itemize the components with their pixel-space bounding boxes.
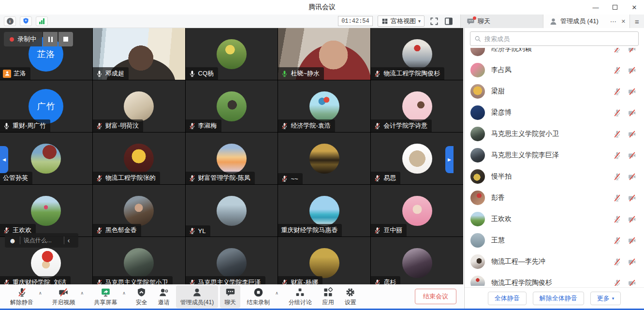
video-tile[interactable]: 经济学院-袁浩 [278,80,370,132]
close-button[interactable]: ✕ [625,0,644,15]
member-row[interactable]: 彭香 [465,187,644,208]
member-row[interactable]: 梁甜 [465,81,644,102]
view-mode-selector[interactable]: 宫格视图 ▾ [378,15,424,27]
member-row[interactable]: 王欢欢 [465,208,644,230]
video-tile[interactable]: 李淑梅 [186,80,278,132]
member-row[interactable]: 梁彦博 [465,102,644,123]
collapse-chat-icon[interactable]: ‹ [68,236,70,244]
next-page-button[interactable]: ▶ [445,146,454,173]
member-row[interactable]: 李占凤 [465,59,644,81]
member-mic-muted-icon[interactable] [613,236,621,245]
member-mic-muted-icon[interactable] [613,194,621,202]
maximize-button[interactable] [605,0,625,15]
unmute-all-button[interactable]: 解除全体静音 [533,292,584,305]
search-input[interactable] [484,35,634,43]
video-tile[interactable]: ~~ [278,133,370,184]
video-tile[interactable]: 邓成超 [93,28,185,80]
video-tile[interactable]: 财富-明荷汶 [93,80,185,132]
toolbar-button-apps[interactable]: 应用 [318,285,338,308]
member-camera-muted-icon[interactable] [628,236,636,245]
toolbar-chevron-up[interactable]: ∧ [274,290,279,296]
toolbar-button-shield-security[interactable]: 安全 [132,285,152,308]
video-tile[interactable]: 财富管理学院-陈凤 [186,133,278,184]
member-row[interactable]: 经济学院刘颖 [465,48,644,59]
toolbar-button-breakout[interactable]: 分组讨论 [284,285,316,308]
member-camera-muted-icon[interactable] [628,279,636,286]
member-row[interactable]: 王慧 [465,230,644,251]
video-tile[interactable]: 王欢欢 [0,185,92,236]
stop-recording-button[interactable] [59,32,73,46]
sidebar-toggle-button[interactable] [444,16,454,26]
toolbar-chevron-up[interactable]: ∧ [38,290,43,296]
video-tile[interactable]: 物流工程学院张的 [93,133,185,184]
member-mic-muted-icon[interactable] [613,151,621,160]
member-row[interactable]: 物流工程—李先冲 [465,251,644,272]
member-mic-muted-icon[interactable] [613,48,621,53]
member-camera-muted-icon[interactable] [628,173,636,181]
member-mic-muted-icon[interactable] [613,173,621,181]
video-tile[interactable]: 财富-杨娜 [278,237,370,284]
video-tile[interactable]: 彦杉 [371,237,463,284]
video-tile[interactable]: 广竹 重财-周广竹 [0,80,92,132]
toolbar-button-camera-muted-dark[interactable]: 开启视频 [48,285,80,308]
member-camera-muted-icon[interactable] [628,258,636,266]
member-camera-muted-icon[interactable] [628,109,636,117]
toolbar-button-mic-muted-dark[interactable]: 解除静音 [6,285,38,308]
more-actions-button[interactable]: 更多 ▾ [590,292,621,305]
network-status-button[interactable] [36,16,48,26]
video-tile[interactable]: CQ杨 [186,28,278,80]
toolbar-chevron-up[interactable]: ∧ [121,290,127,296]
toolbar-button-members[interactable]: 管理成员(41) [176,285,218,308]
member-row[interactable]: 马克思主义学院贺小卫 [465,123,644,145]
video-tile[interactable]: 会计学院学诗意 [371,80,463,132]
meeting-info-button[interactable]: i [4,16,16,26]
video-tile[interactable]: 黑色郁金香 [93,185,185,236]
quick-chat-bar[interactable]: ☻ ‹ [5,233,78,248]
pause-recording-button[interactable] [43,32,58,46]
member-search-box[interactable] [470,31,639,46]
tab-manage-members[interactable]: 管理成员 (41) ⋯ ✕ [543,15,629,28]
member-camera-muted-icon[interactable] [628,88,636,96]
video-tile[interactable]: 物流工程学院陶俊杉 [371,28,463,80]
member-row[interactable]: 物流工程学院陶俊杉 [465,272,644,286]
security-status-button[interactable] [20,16,32,26]
mute-all-button[interactable]: 全体静音 [488,292,527,305]
member-row[interactable]: 慢半拍 [465,166,644,187]
member-mic-muted-icon[interactable] [613,66,621,74]
tab-chat[interactable]: 聊天 [460,15,543,28]
emoji-icon[interactable]: ☻ [9,237,16,244]
member-mic-muted-icon[interactable] [613,215,621,223]
more-icon[interactable]: ⋯ [610,18,616,25]
member-camera-muted-icon[interactable] [628,66,636,74]
member-list[interactable]: 经济学院刘颖 李占凤 梁甜 梁彦博 马克思主义学院贺小卫 马克思主义学院李巨泽 … [465,48,644,286]
member-mic-muted-icon[interactable] [613,258,621,266]
member-mic-muted-icon[interactable] [613,279,621,286]
panel-menu-button[interactable]: ≡ [629,15,644,28]
member-camera-muted-icon[interactable] [628,151,636,160]
toolbar-button-share-screen[interactable]: 共享屏幕 [89,285,121,308]
toolbar-button-invite[interactable]: 邀请 [154,285,174,308]
member-camera-muted-icon[interactable] [628,130,636,138]
end-meeting-button[interactable]: 结束会议 [415,289,456,304]
video-tile[interactable]: 马克思主义学院李巨泽 [186,237,278,284]
member-camera-muted-icon[interactable] [628,194,636,202]
member-mic-muted-icon[interactable] [613,88,621,96]
member-camera-muted-icon[interactable] [628,48,636,53]
member-mic-muted-icon[interactable] [613,109,621,117]
quick-chat-input[interactable] [24,237,60,244]
toolbar-button-settings[interactable]: 设置 [340,285,361,308]
member-row[interactable]: 马克思主义学院李巨泽 [465,145,644,166]
minimize-button[interactable]: — [586,0,605,15]
video-tile[interactable]: 马克思主义学院贺小卫 [93,237,185,284]
video-tile[interactable]: YL [186,185,278,236]
video-tile[interactable]: 杜晓~静水 [278,28,370,80]
video-tile[interactable]: 豆中丽 [371,185,463,236]
video-tile[interactable]: 公管孙英 [0,133,92,184]
toolbar-button-chat[interactable]: 聊天 [220,285,240,308]
member-mic-muted-icon[interactable] [613,130,621,138]
fullscreen-button[interactable] [429,16,439,26]
toolbar-chevron-up[interactable]: ∧ [80,290,85,296]
prev-page-button[interactable]: ◀ [0,146,8,173]
video-tile[interactable]: 重庆财经学院马惠香 [278,185,370,236]
close-panel-icon[interactable]: ✕ [621,18,626,25]
